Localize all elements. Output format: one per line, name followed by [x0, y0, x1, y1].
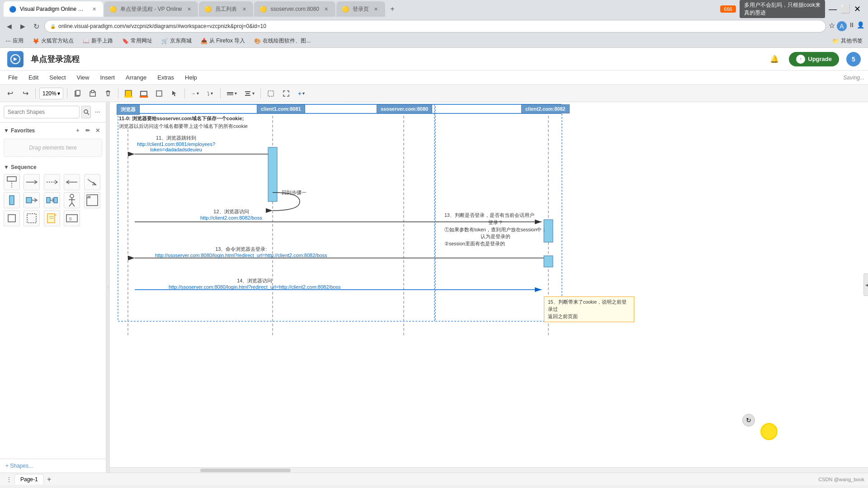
- bookmark-newuser[interactable]: 📖 新手上路: [81, 36, 115, 46]
- shape-person[interactable]: [64, 192, 80, 208]
- tab-sso[interactable]: 🟡 单点登录流程 - VP Online ✕: [104, 1, 198, 17]
- shape-arrow-dashed[interactable]: [44, 174, 60, 190]
- undo-button[interactable]: ↩: [4, 87, 16, 100]
- sidebar: ⋯ ▼ Favorites + ✏ ✕ Drag elements here: [0, 102, 106, 473]
- lifeline-browser-label: 浏览器: [117, 104, 140, 115]
- menu-help[interactable]: Help: [180, 72, 202, 83]
- sidebar-resize-handle[interactable]: ⋮: [106, 102, 110, 473]
- notification-button[interactable]: 🔔: [767, 52, 782, 66]
- shape-notes[interactable]: [44, 210, 60, 226]
- add-button[interactable]: + ▾: [295, 87, 308, 100]
- delete-button[interactable]: [102, 87, 114, 100]
- tab-login-close[interactable]: ✕: [373, 5, 380, 13]
- sidebar-options-button[interactable]: ⋯: [93, 106, 102, 118]
- search-button[interactable]: [81, 106, 91, 118]
- forward-button[interactable]: ▶: [17, 21, 28, 32]
- shape-arrow-left[interactable]: [64, 174, 80, 190]
- tab-login[interactable]: 🟡 登录页 ✕: [336, 1, 385, 17]
- tab-vp-close[interactable]: ✕: [90, 5, 98, 13]
- bookmark-drawing[interactable]: 🎨 在线绘图软件、图...: [252, 36, 312, 46]
- bookmark-firefox[interactable]: 🦊 火狐官方站点: [31, 36, 75, 46]
- bookmark-import[interactable]: 📥 从 Firefox 导入: [199, 36, 247, 46]
- pointer-button[interactable]: [168, 87, 181, 100]
- shape-box-small[interactable]: [4, 210, 20, 226]
- shape-combined-fragment[interactable]: alt: [84, 192, 100, 208]
- favorites-close-button[interactable]: ✕: [93, 126, 102, 135]
- shape-box-dashed[interactable]: [24, 210, 40, 226]
- menu-view[interactable]: View: [72, 72, 94, 83]
- tab-vp[interactable]: 🔵 Visual Paradigm Online Dia... ✕: [4, 1, 103, 17]
- align-button[interactable]: ▾: [242, 87, 257, 100]
- msg-11-text: 11、浏览器跳转到 http://client1.com:8081/employ…: [137, 135, 215, 152]
- svg-rect-6: [124, 96, 132, 98]
- tab-employees[interactable]: 🟡 员工列表 ✕: [199, 1, 253, 17]
- tab-ssoserver[interactable]: 🟡 ssoserver.com:8080 ✕: [254, 1, 335, 17]
- tab-login-title: 登录页: [353, 5, 369, 13]
- bookmark-star[interactable]: ☆: [829, 21, 835, 31]
- bookmark-others[interactable]: 📁 其他书签: [830, 36, 864, 46]
- profile-btn[interactable]: 👤: [857, 21, 864, 31]
- menu-edit[interactable]: Edit: [24, 72, 43, 83]
- shape-button[interactable]: [153, 87, 165, 100]
- bookmark-jd[interactable]: 🛒 京东商城: [160, 36, 193, 46]
- pause-btn[interactable]: ⏸: [849, 21, 855, 31]
- tab-sso-close[interactable]: ✕: [185, 5, 193, 13]
- fill-color-button[interactable]: [122, 87, 135, 100]
- page-tab-1[interactable]: Page-1: [14, 474, 44, 484]
- favorites-edit-button[interactable]: ✏: [83, 126, 92, 135]
- lifeline-client1-label: client1.com:8081: [257, 104, 305, 113]
- reader-view-btn[interactable]: A: [837, 21, 847, 31]
- tab-ssoserver-close[interactable]: ✕: [323, 5, 330, 13]
- user-avatar[interactable]: 5: [846, 52, 861, 66]
- favorites-header[interactable]: ▼ Favorites + ✏ ✕: [0, 124, 106, 137]
- diagram-options-button[interactable]: ⋮: [4, 474, 14, 485]
- shape-activation[interactable]: [4, 192, 20, 208]
- restore-btn[interactable]: ⬜: [840, 4, 850, 14]
- copy-button[interactable]: [71, 87, 84, 100]
- url-display[interactable]: online.visual-paradigm.com/w/vzcpnizk/di…: [58, 23, 820, 29]
- shape-lifeline[interactable]: [4, 174, 20, 190]
- frame-top: [118, 104, 561, 113]
- sequence-header[interactable]: ▼ Sequence: [0, 162, 106, 172]
- selection-button[interactable]: [264, 87, 277, 100]
- menu-file[interactable]: File: [4, 72, 22, 83]
- shape-box-arrow2[interactable]: [44, 192, 60, 208]
- close-btn[interactable]: ✕: [854, 4, 861, 14]
- add-shapes-button[interactable]: + Shapes...: [0, 459, 106, 473]
- favorites-add-button[interactable]: +: [73, 126, 82, 135]
- svg-rect-25: [26, 197, 32, 203]
- paste-button[interactable]: [86, 87, 99, 100]
- add-page-button[interactable]: +: [44, 474, 55, 485]
- h-scrollbar-thumb[interactable]: [200, 469, 291, 472]
- shape-arrow-diagonal[interactable]: [84, 174, 100, 190]
- zoom-dropdown[interactable]: 120% ▾: [39, 88, 63, 99]
- menu-select[interactable]: Select: [45, 72, 70, 83]
- right-panel-collapse[interactable]: ◀: [863, 273, 868, 296]
- diagram-canvas[interactable]: 浏览器 client1.com:8081 ssoserver.com:8080 …: [110, 102, 868, 467]
- shape-box-arrow[interactable]: [24, 192, 40, 208]
- fit-button[interactable]: [280, 87, 292, 100]
- line-color-button[interactable]: [137, 87, 150, 100]
- bookmark-common[interactable]: 🔖 常用网址: [120, 36, 154, 46]
- redo-button[interactable]: ↪: [19, 87, 32, 100]
- upgrade-button[interactable]: ↑ Upgrade: [789, 52, 839, 66]
- promo-badge[interactable]: 666: [720, 5, 736, 13]
- new-tab-button[interactable]: +: [386, 3, 399, 15]
- sidebar-search-area: ⋯: [0, 102, 106, 122]
- menu-insert[interactable]: Insert: [95, 72, 119, 83]
- msg-14-text: 14、浏览器访问 http://ssoserver.com:8080/login…: [169, 277, 341, 290]
- minimize-btn[interactable]: —: [829, 5, 837, 14]
- menu-extras[interactable]: Extras: [153, 72, 179, 83]
- menu-arrange[interactable]: Arrange: [121, 72, 151, 83]
- bookmark-apps[interactable]: ⋯ 应用: [4, 36, 25, 46]
- waypoint-button[interactable]: ⤵ ▾: [204, 87, 217, 100]
- search-input[interactable]: [4, 106, 80, 118]
- shape-arrow-right[interactable]: [24, 174, 40, 190]
- refresh-diagram-button[interactable]: ↻: [742, 414, 755, 427]
- shape-ref[interactable]: {}: [64, 210, 80, 226]
- layer-button[interactable]: ▾: [224, 87, 239, 100]
- tab-employees-close[interactable]: ✕: [241, 5, 248, 13]
- back-button[interactable]: ◀: [4, 21, 14, 32]
- refresh-button[interactable]: ↻: [31, 21, 42, 32]
- connector-button[interactable]: → ▾: [189, 87, 201, 100]
